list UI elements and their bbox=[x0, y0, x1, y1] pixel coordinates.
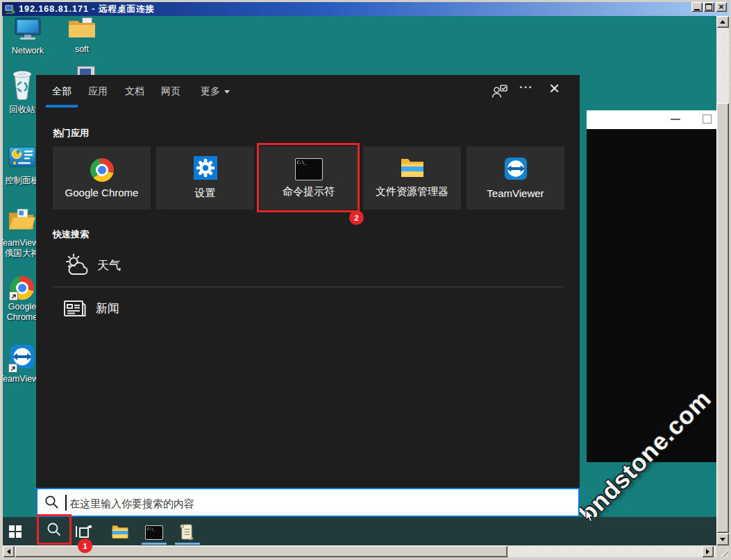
running-indicator bbox=[175, 543, 200, 545]
desktop-icon-label: Network bbox=[12, 46, 44, 56]
news-icon bbox=[63, 298, 87, 322]
close-button[interactable]: × bbox=[716, 2, 727, 12]
window-frame-left bbox=[0, 0, 3, 560]
quick-search-news[interactable]: 新闻 bbox=[53, 291, 564, 325]
tab-documents[interactable]: 文档 bbox=[121, 84, 149, 98]
close-icon: × bbox=[719, 3, 724, 11]
desktop-icon-label2: Chrome bbox=[7, 312, 37, 323]
ellipsis-icon[interactable]: ··· bbox=[519, 80, 533, 94]
taskbar bbox=[3, 517, 716, 545]
minimize-icon[interactable] bbox=[671, 119, 680, 120]
quick-search-label: 新闻 bbox=[96, 300, 119, 316]
desktop-icon-label2: 俄国大神 bbox=[5, 248, 40, 259]
text-caret bbox=[65, 495, 67, 511]
recycle-bin-icon bbox=[10, 69, 34, 103]
tab-apps[interactable]: 应用 bbox=[84, 84, 112, 98]
scroll-down-button[interactable] bbox=[716, 533, 729, 545]
divider bbox=[53, 287, 564, 287]
quick-search-weather[interactable]: 天气 bbox=[53, 248, 564, 283]
quick-search-section-title: 快速搜索 bbox=[53, 228, 89, 241]
cmd-icon: C:\_ bbox=[295, 158, 323, 180]
search-icon bbox=[44, 495, 59, 512]
tile-file-explorer[interactable]: 文件资源管理器 bbox=[363, 146, 461, 210]
annotation-badge-2: 2 bbox=[349, 210, 364, 225]
maximize-icon[interactable] bbox=[703, 114, 712, 124]
tile-label: TeamViewer bbox=[487, 187, 544, 199]
minimize-button[interactable] bbox=[691, 2, 703, 12]
taskbar-notepad[interactable] bbox=[178, 523, 194, 543]
cmd-window-titlebar bbox=[587, 110, 716, 129]
folder-icon bbox=[67, 17, 96, 42]
tile-label: 设置 bbox=[195, 187, 216, 200]
tile-label: 命令提示符 bbox=[283, 185, 335, 198]
desktop-icon-label: 控制面板 bbox=[5, 176, 40, 186]
top-apps-section-title: 热门应用 bbox=[53, 127, 89, 139]
search-icon bbox=[47, 522, 62, 540]
mouse-cursor bbox=[585, 509, 595, 523]
tile-settings[interactable]: 设置 bbox=[156, 146, 254, 210]
teamviewer-icon bbox=[504, 157, 528, 183]
rdp-client-window: Network soft 回收站 bbox=[0, 0, 731, 560]
rdp-window-title: 192.168.81.171 - 远程桌面连接 bbox=[19, 3, 155, 15]
vertical-scrollbar-thumb[interactable] bbox=[716, 103, 729, 533]
task-view-icon bbox=[75, 525, 92, 538]
file-explorer-icon bbox=[400, 158, 425, 180]
rdp-computer-icon bbox=[4, 4, 15, 15]
taskbar-file-explorer[interactable] bbox=[111, 525, 129, 542]
task-view-button[interactable] bbox=[75, 525, 92, 538]
taskbar-search-button[interactable] bbox=[39, 518, 69, 543]
shortcut-arrow-icon bbox=[9, 291, 18, 300]
desktop-icon-network[interactable]: Network bbox=[6, 17, 50, 56]
tab-web[interactable]: 网页 bbox=[157, 84, 185, 98]
scroll-up-button[interactable] bbox=[716, 16, 729, 28]
weather-icon bbox=[64, 253, 90, 279]
maximize-button[interactable] bbox=[703, 2, 714, 12]
tile-google-chrome[interactable]: Google Chrome bbox=[53, 146, 151, 210]
scroll-left-button[interactable] bbox=[3, 545, 15, 557]
annotation-badge-1: 1 bbox=[78, 538, 92, 553]
tab-more[interactable]: 更多 bbox=[196, 84, 235, 98]
close-icon[interactable]: × bbox=[549, 78, 560, 98]
minimize-icon bbox=[694, 9, 700, 10]
start-button[interactable] bbox=[6, 523, 25, 541]
chevron-down-icon bbox=[224, 90, 230, 96]
cmd-icon: C:\_ bbox=[145, 525, 163, 540]
control-panel-icon bbox=[8, 144, 36, 173]
tile-label: 文件资源管理器 bbox=[376, 185, 448, 198]
folder-icon bbox=[111, 525, 129, 542]
taskbar-command-prompt[interactable]: C:\_ bbox=[145, 525, 163, 540]
tab-all[interactable]: 全部 bbox=[48, 84, 76, 98]
desktop-icon-label: soft bbox=[75, 44, 89, 55]
desktop-icon-label: 回收站 bbox=[9, 105, 35, 115]
chrome-icon bbox=[10, 276, 34, 300]
desktop-icon-label: Google bbox=[8, 302, 36, 312]
tile-teamviewer[interactable]: TeamViewer bbox=[467, 146, 564, 210]
rdp-titlebar[interactable]: 192.168.81.171 - 远程桌面连接 bbox=[2, 2, 729, 16]
teamviewer-icon bbox=[10, 344, 35, 372]
settings-gear-icon bbox=[194, 156, 217, 182]
partial-desktop-icon bbox=[77, 66, 95, 76]
search-box[interactable] bbox=[36, 488, 580, 517]
window-frame-bottom bbox=[0, 557, 731, 560]
running-indicator bbox=[142, 543, 167, 545]
chrome-icon bbox=[90, 158, 114, 182]
scroll-right-button[interactable] bbox=[702, 545, 714, 557]
tile-label: Google Chrome bbox=[65, 187, 139, 198]
open-folder-icon bbox=[6, 207, 38, 236]
user-icon[interactable] bbox=[491, 84, 508, 101]
desktop-icon-soft[interactable]: soft bbox=[60, 17, 104, 55]
quick-search-label: 天气 bbox=[97, 257, 121, 273]
maximize-icon bbox=[705, 3, 712, 10]
windows-logo-icon bbox=[9, 525, 22, 538]
tile-command-prompt[interactable]: C:\_ 命令提示符 bbox=[260, 146, 358, 210]
search-input[interactable] bbox=[68, 492, 557, 514]
selected-tab-underline bbox=[46, 105, 78, 108]
network-monitor-icon bbox=[14, 17, 42, 44]
notepad-icon bbox=[178, 523, 194, 543]
shortcut-arrow-icon bbox=[8, 364, 17, 373]
